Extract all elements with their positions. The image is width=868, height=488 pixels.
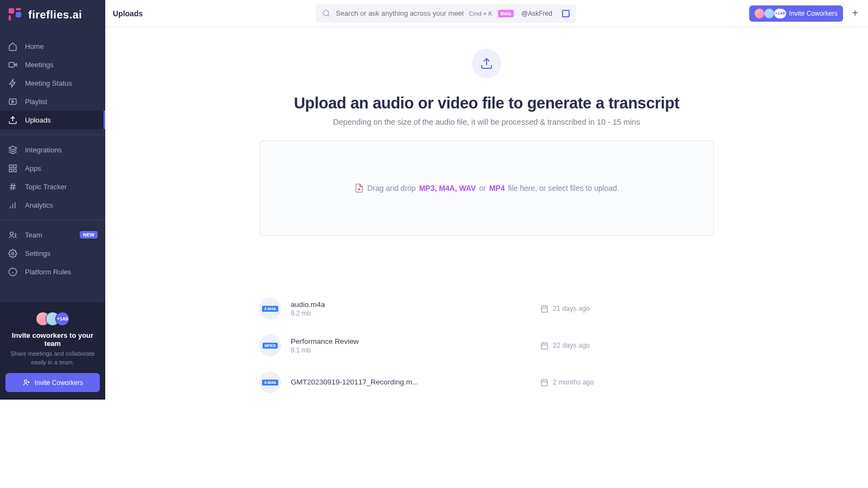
search-box[interactable]: Cmd + K Beta @AskFred <box>316 4 576 23</box>
sidebar-item-home[interactable]: Home <box>0 37 105 55</box>
svg-rect-1 <box>16 8 21 10</box>
stop-icon[interactable] <box>562 10 570 17</box>
topbar: Uploads Cmd + K Beta @AskFred +149 Invit… <box>105 0 868 27</box>
sidebar-item-topic-tracker[interactable]: Topic Tracker <box>0 177 105 196</box>
brand-name: fireflies.ai <box>28 9 82 21</box>
grid-icon <box>8 163 17 173</box>
sidebar-item-analytics[interactable]: Analytics <box>0 196 105 214</box>
svg-point-22 <box>24 380 27 383</box>
sidebar-item-label: Home <box>25 42 44 50</box>
file-type-icon: X-M4A <box>259 298 281 319</box>
page-title: Uploads <box>113 9 143 18</box>
sidebar-item-meeting-status[interactable]: Meeting Status <box>0 74 105 92</box>
upload-hero: Upload an audio or video file to generat… <box>105 49 868 236</box>
video-icon <box>8 60 17 69</box>
dropzone[interactable]: Drag and drop MP3, M4A, WAV or MP4 file … <box>259 140 714 236</box>
file-row[interactable]: X-M4A audio.m4a 9.2 mb 21 days ago <box>259 290 714 327</box>
file-name: GMT20230919-120117_Recording.m... <box>291 378 531 386</box>
sidebar-item-label: Apps <box>25 164 41 172</box>
dz-text: Drag and drop <box>367 184 416 192</box>
sidebar-item-label: Uploads <box>25 116 51 124</box>
sidebar-item-team[interactable]: Team NEW <box>0 226 105 244</box>
divider <box>0 220 105 220</box>
sidebar-item-label: Topic Tracker <box>25 183 67 191</box>
svg-point-23 <box>323 10 329 16</box>
dz-or: or <box>479 184 486 192</box>
sidebar-item-integrations[interactable]: Integrations <box>0 140 105 159</box>
playlist-icon <box>8 97 17 106</box>
add-user-icon <box>22 378 30 387</box>
calendar-icon <box>540 378 548 387</box>
footer-title: Invite coworkers to your team <box>5 331 100 348</box>
file-row[interactable]: MPEG Performance Review 9.1 mb 22 days a… <box>259 327 714 364</box>
hash-icon <box>8 182 17 191</box>
search-input[interactable] <box>336 9 464 17</box>
sidebar-item-playlist[interactable]: Playlist <box>0 92 105 111</box>
keyboard-shortcut: Cmd + K <box>469 10 492 17</box>
askfred-label: @AskFred <box>521 10 552 17</box>
beta-badge: Beta <box>498 10 514 17</box>
file-type-icon: X-M4A <box>259 371 281 393</box>
svg-rect-31 <box>541 343 547 349</box>
svg-point-18 <box>11 252 14 254</box>
sidebar-item-label: Meetings <box>25 61 54 69</box>
svg-rect-3 <box>16 12 21 17</box>
hero-title: Upload an audio or video file to generat… <box>105 94 868 112</box>
sidebar-item-meetings[interactable]: Meetings <box>0 55 105 74</box>
sidebar-item-settings[interactable]: Settings <box>0 244 105 262</box>
bolt-icon <box>8 78 17 88</box>
file-list: X-M4A audio.m4a 9.2 mb 21 days ago MPEG … <box>259 290 714 400</box>
svg-rect-35 <box>541 380 547 386</box>
svg-rect-7 <box>13 165 16 168</box>
plus-button[interactable]: + <box>850 8 860 19</box>
sidebar-item-label: Playlist <box>25 98 47 106</box>
file-date: 2 months ago <box>553 378 594 386</box>
svg-line-24 <box>328 15 330 17</box>
file-date: 21 days ago <box>553 305 590 312</box>
avatar-count: +149 <box>774 9 786 18</box>
invite-coworkers-button[interactable]: Invite Coworkers <box>5 373 100 392</box>
dz-post: file here, or select files to upload. <box>508 184 619 192</box>
avatar <box>755 9 764 18</box>
gear-icon <box>8 248 17 258</box>
svg-line-13 <box>13 183 14 190</box>
avatar-count: +149 <box>55 312 69 326</box>
file-name: audio.m4a <box>291 300 531 309</box>
button-label: Invite Coworkers <box>35 379 83 387</box>
new-badge: NEW <box>80 231 98 239</box>
dz-formats2: MP4 <box>489 184 505 192</box>
fireflies-logo-icon <box>8 7 23 22</box>
svg-point-17 <box>10 232 13 235</box>
layers-icon <box>8 145 17 155</box>
upload-icon <box>8 115 17 125</box>
sidebar-item-uploads[interactable]: Uploads <box>0 111 105 129</box>
brand-logo[interactable]: fireflies.ai <box>0 0 105 29</box>
file-row[interactable]: X-M4A GMT20230919-120117_Recording.m... … <box>259 364 714 400</box>
upload-circle-icon <box>472 49 501 78</box>
svg-rect-27 <box>541 306 547 312</box>
sidebar-item-label: Meeting Status <box>25 79 72 87</box>
sidebar-item-label: Settings <box>25 249 50 258</box>
calendar-icon <box>540 342 548 350</box>
sidebar-item-label: Analytics <box>25 201 53 209</box>
users-icon <box>8 230 17 240</box>
sidebar: fireflies.ai Home Meetings Meeting Statu… <box>0 0 105 400</box>
file-size: 9.2 mb <box>291 310 531 317</box>
sidebar-item-platform-rules[interactable]: Platform Rules <box>0 262 105 281</box>
svg-rect-9 <box>13 169 16 171</box>
svg-rect-0 <box>9 8 14 14</box>
sidebar-item-label: Integrations <box>25 146 62 154</box>
svg-rect-2 <box>9 15 11 21</box>
info-icon <box>8 267 17 277</box>
avatar-stack: +149 <box>5 312 100 326</box>
avatar <box>764 9 774 18</box>
sidebar-item-apps[interactable]: Apps <box>0 159 105 177</box>
footer-subtitle: Share meetings and collaborate easily in… <box>5 350 100 367</box>
svg-line-12 <box>11 183 11 190</box>
svg-rect-8 <box>9 169 12 171</box>
top-invite-button[interactable]: +149 Invite Coworkers <box>749 5 843 22</box>
divider <box>0 134 105 135</box>
bar-chart-icon <box>8 200 17 210</box>
sidebar-item-label: Team <box>25 231 42 239</box>
file-size: 9.1 mb <box>291 346 531 354</box>
